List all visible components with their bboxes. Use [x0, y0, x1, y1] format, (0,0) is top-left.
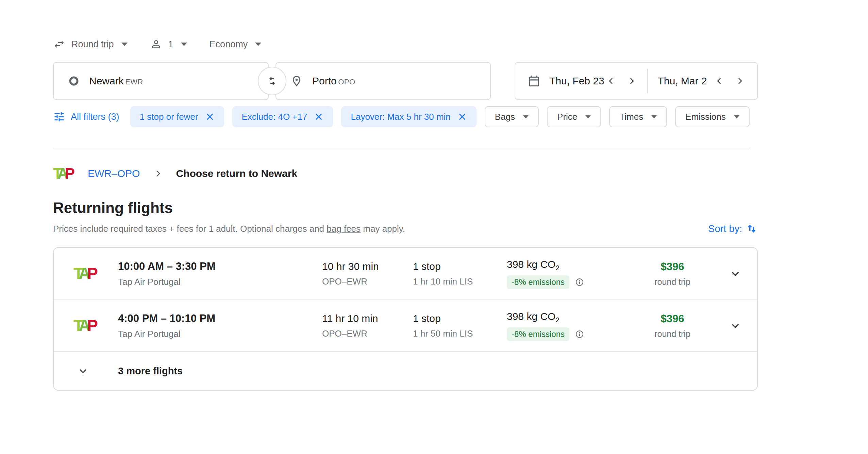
expand-more-icon — [76, 364, 90, 378]
return-date-prev-icon[interactable] — [714, 76, 724, 86]
flight-times: 4:00 PM – 10:10 PM — [118, 312, 322, 325]
filter-chip-exclude-airline[interactable]: Exclude: 4O +17 — [232, 106, 333, 127]
sort-by-label: Sort by: — [708, 223, 742, 234]
expand-flight-icon[interactable] — [729, 267, 742, 280]
breadcrumb: TAP EWR–OPO Choose return to Newark — [53, 166, 868, 181]
price-note: round trip — [630, 277, 715, 287]
filter-chip-times-label: Times — [619, 112, 643, 122]
all-filters-button[interactable]: All filters (3) — [53, 111, 119, 123]
price-disclaimer: Prices include required taxes + fees for… — [53, 224, 405, 234]
chevron-down-icon — [181, 43, 187, 46]
more-flights-label: 3 more flights — [118, 366, 183, 377]
location-pin-icon — [290, 75, 303, 87]
emissions-badge: -8% emissions — [507, 327, 569, 341]
swap-horiz-icon — [53, 38, 65, 50]
filter-chip-bags[interactable]: Bags — [485, 106, 539, 127]
sort-arrows-icon — [746, 223, 758, 235]
breadcrumb-current-step: Choose return to Newark — [176, 168, 297, 179]
return-date-next-icon[interactable] — [735, 76, 745, 86]
remove-filter-icon[interactable] — [314, 112, 323, 121]
remove-filter-icon[interactable] — [457, 112, 467, 121]
stops-count: 1 stop — [413, 261, 507, 272]
calendar-icon — [528, 75, 540, 87]
origin-airport-code: EWR — [125, 78, 143, 86]
origin-city: Newark — [89, 75, 124, 86]
info-icon[interactable] — [575, 329, 584, 339]
co2-amount: 398 kg CO2 — [507, 259, 630, 272]
layover-info: 1 hr 50 min LIS — [413, 328, 507, 339]
filter-chip-times[interactable]: Times — [609, 106, 667, 127]
destination-airport-code: OPO — [338, 78, 355, 86]
flight-duration: 11 hr 10 min — [322, 313, 413, 324]
filters-bar: All filters (3) 1 stop or fewer Exclude:… — [53, 106, 750, 127]
sort-by-button[interactable]: Sort by: — [708, 223, 758, 235]
filter-chip-stops[interactable]: 1 stop or fewer — [130, 106, 224, 127]
price-note: round trip — [630, 329, 715, 339]
tap-air-portugal-logo-icon: TAP — [73, 318, 98, 334]
bag-fees-link[interactable]: bag fees — [327, 224, 361, 234]
date-divider — [647, 69, 648, 93]
trip-type-selector[interactable]: Round trip — [53, 38, 128, 50]
search-row: Newark EWR Porto OPO — [53, 62, 868, 100]
co2-amount: 398 kg CO2 — [507, 311, 630, 324]
departure-date-prev-icon[interactable] — [606, 76, 616, 86]
filter-chip-emissions-label: Emissions — [685, 112, 725, 122]
origin-field[interactable]: Newark EWR — [53, 62, 269, 100]
expand-flight-icon[interactable] — [729, 319, 742, 333]
flight-route: OPO–EWR — [322, 328, 413, 339]
filter-chip-layover-label: Layover: Max 5 hr 30 min — [351, 112, 450, 122]
results-subheader: Prices include required taxes + fees for… — [53, 223, 758, 235]
google-flights-results-page: Round trip 1 Economy — [0, 38, 868, 454]
filter-chip-exclude-label: Exclude: 4O +17 — [242, 112, 307, 122]
chevron-down-icon — [121, 43, 128, 46]
return-date-label: Thu, Mar 2 — [658, 75, 707, 87]
trip-controls: Round trip 1 Economy — [53, 38, 868, 50]
layover-info: 1 hr 10 min LIS — [413, 276, 507, 287]
flight-row-2[interactable]: TAP 4:00 PM – 10:10 PM Tap Air Portugal … — [54, 299, 757, 351]
tune-icon — [53, 111, 65, 123]
filter-chip-stops-label: 1 stop or fewer — [140, 112, 198, 122]
chevron-down-icon — [255, 43, 261, 46]
origin-circle-icon — [68, 75, 80, 87]
destination-field[interactable]: Porto OPO — [276, 62, 491, 100]
departure-date[interactable]: Thu, Feb 23 — [549, 63, 647, 99]
page-title: Returning flights — [53, 199, 868, 216]
flight-times: 10:00 AM – 3:30 PM — [118, 260, 322, 273]
destination-city: Porto — [312, 75, 337, 86]
person-icon — [150, 38, 162, 50]
swap-airports-button[interactable] — [258, 67, 286, 95]
chevron-right-icon — [153, 168, 163, 179]
flight-row-1[interactable]: TAP 10:00 AM – 3:30 PM Tap Air Portugal … — [54, 248, 757, 299]
airline-name: Tap Air Portugal — [118, 329, 322, 339]
tap-air-portugal-logo-icon: TAP — [73, 265, 98, 282]
section-divider — [53, 148, 750, 148]
departure-date-label: Thu, Feb 23 — [549, 75, 604, 87]
chevron-down-icon — [585, 115, 591, 118]
filter-chip-price-label: Price — [557, 112, 577, 122]
stops-count: 1 stop — [413, 313, 507, 324]
price: $396 — [630, 261, 715, 273]
more-flights-toggle[interactable]: 3 more flights — [54, 351, 757, 390]
return-date[interactable]: Thu, Mar 2 — [658, 63, 755, 99]
info-icon[interactable] — [575, 277, 584, 287]
flight-duration: 10 hr 30 min — [322, 261, 413, 272]
departure-date-next-icon[interactable] — [627, 76, 637, 86]
filter-chip-bags-label: Bags — [495, 112, 515, 122]
trip-type-label: Round trip — [71, 39, 114, 50]
remove-filter-icon[interactable] — [205, 112, 215, 121]
filter-chip-emissions[interactable]: Emissions — [675, 106, 749, 127]
swap-arrows-icon — [265, 74, 279, 88]
chevron-down-icon — [523, 115, 529, 118]
breadcrumb-outbound-leg-link[interactable]: EWR–OPO — [88, 168, 140, 179]
filter-chip-price[interactable]: Price — [547, 106, 601, 127]
all-filters-label: All filters (3) — [71, 112, 119, 122]
filter-chip-layover[interactable]: Layover: Max 5 hr 30 min — [341, 106, 476, 127]
passengers-selector[interactable]: 1 — [150, 38, 187, 50]
dates-field: Thu, Feb 23 Thu, Mar 2 — [515, 62, 758, 100]
airline-name: Tap Air Portugal — [118, 277, 322, 287]
flight-route: OPO–EWR — [322, 276, 413, 287]
emissions-badge: -8% emissions — [507, 275, 569, 289]
cabin-class-selector[interactable]: Economy — [210, 39, 262, 50]
passenger-count-label: 1 — [168, 39, 173, 50]
chevron-down-icon — [734, 115, 739, 118]
